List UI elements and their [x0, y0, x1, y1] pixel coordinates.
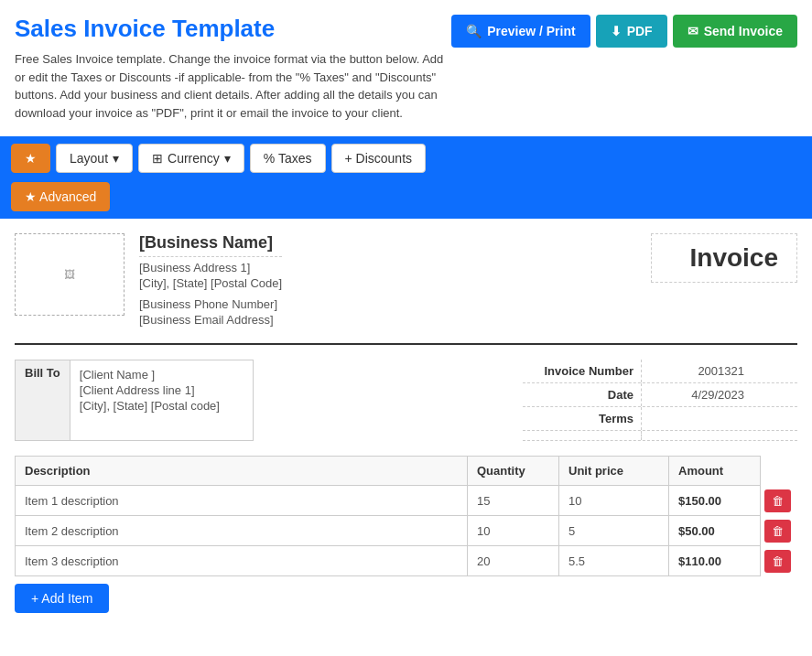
currency-button[interactable]: ⊞ Currency ▾ [138, 144, 244, 173]
client-address1[interactable]: [Client Address line 1] [80, 383, 244, 397]
table-row: Item 3 description 20 5.5 $110.00 🗑 [16, 546, 797, 576]
invoice-extra-row [523, 431, 797, 441]
home-button[interactable]: ★ [11, 144, 50, 173]
section-divider [15, 343, 797, 345]
bill-section: Bill To [Client Name ] [Client Address l… [15, 360, 797, 441]
item-quantity[interactable]: 10 [468, 516, 559, 546]
layout-button[interactable]: Layout ▾ [56, 144, 133, 173]
invoice-number-label: Invoice Number [523, 360, 642, 382]
download-icon: ⬇ [611, 24, 622, 38]
item-description[interactable]: Item 2 description [16, 516, 468, 546]
business-phone[interactable]: [Business Phone Number] [139, 297, 282, 311]
send-invoice-button[interactable]: ✉ Send Invoice [673, 15, 797, 48]
table-header-row: Description Quantity Unit price Amount [16, 457, 797, 486]
business-city-state[interactable]: [City], [State] [Postal Code] [139, 276, 282, 290]
business-info: [Business Name] [Business Address 1] [Ci… [139, 233, 282, 328]
image-placeholder-icon: 🖼 [64, 268, 75, 281]
chevron-down-icon: ▾ [224, 151, 231, 166]
delete-item-button[interactable]: 🗑 [764, 489, 791, 512]
envelope-icon: ✉ [687, 24, 698, 38]
item-unit-price[interactable]: 5.5 [559, 546, 669, 576]
item-description[interactable]: Item 1 description [16, 486, 468, 516]
page-title: Sales Invoice Template [15, 15, 451, 43]
business-name[interactable]: [Business Name] [139, 233, 282, 257]
delete-cell: 🗑 [761, 516, 797, 546]
item-quantity[interactable]: 20 [468, 546, 559, 576]
logo-box[interactable]: 🖼 [15, 233, 125, 316]
item-quantity[interactable]: 15 [468, 486, 559, 516]
items-table: Description Quantity Unit price Amount I… [15, 456, 797, 576]
col-amount: Amount [669, 457, 761, 486]
table-row: Item 1 description 15 10 $150.00 🗑 [16, 486, 797, 516]
delete-item-button[interactable]: 🗑 [764, 550, 791, 573]
invoice-terms-value[interactable] [642, 407, 752, 430]
currency-icon: ⊞ [152, 151, 163, 166]
chevron-down-icon: ▾ [113, 151, 119, 166]
invoice-number-row: Invoice Number 2001321 [523, 360, 797, 383]
item-amount: $150.00 [669, 486, 761, 516]
bill-to-label: Bill To [15, 360, 70, 441]
invoice-terms-label: Terms [523, 407, 642, 430]
table-row: Item 2 description 10 5 $50.00 🗑 [16, 516, 797, 546]
invoice-date-row: Date 4/29/2023 [523, 383, 797, 407]
invoice-date-value[interactable]: 4/29/2023 [642, 383, 752, 406]
add-item-button[interactable]: + Add Item [15, 584, 109, 613]
discounts-button[interactable]: + Discounts [331, 144, 427, 173]
item-description[interactable]: Item 3 description [16, 546, 468, 576]
item-amount: $50.00 [669, 516, 761, 546]
invoice-meta: Invoice Number 2001321 Date 4/29/2023 Te… [523, 360, 797, 441]
delete-item-button[interactable]: 🗑 [764, 520, 791, 543]
search-icon: 🔍 [466, 24, 482, 38]
col-quantity: Quantity [468, 457, 559, 486]
client-info: [Client Name ] [Client Address line 1] [… [70, 360, 254, 441]
delete-cell: 🗑 [761, 546, 797, 576]
business-address1[interactable]: [Business Address 1] [139, 261, 282, 274]
advanced-button[interactable]: ★ Advanced [11, 182, 110, 211]
page-description: Free Sales Invoice template. Change the … [15, 50, 451, 122]
bill-to-box: Bill To [Client Name ] [Client Address l… [15, 360, 254, 441]
business-email[interactable]: [Business Email Address] [139, 313, 282, 327]
col-actions [761, 457, 797, 486]
home-icon: ★ [25, 151, 37, 166]
invoice-title: Invoice [651, 233, 797, 283]
invoice-number-value[interactable]: 2001321 [642, 360, 752, 382]
taxes-button[interactable]: % Taxes [250, 144, 326, 173]
client-city-state[interactable]: [City], [State] [Postal code] [80, 399, 244, 413]
preview-print-button[interactable]: 🔍 Preview / Print [451, 15, 590, 48]
toolbar: ★ Layout ▾ ⊞ Currency ▾ % Taxes + Discou… [0, 136, 812, 219]
col-description: Description [16, 457, 468, 486]
item-unit-price[interactable]: 5 [559, 516, 669, 546]
item-amount: $110.00 [669, 546, 761, 576]
invoice-extra-value[interactable] [642, 431, 752, 440]
invoice-terms-row: Terms [523, 407, 797, 431]
item-unit-price[interactable]: 10 [559, 486, 669, 516]
invoice-container: 🖼 [Business Name] [Business Address 1] [… [0, 219, 812, 628]
invoice-date-label: Date [523, 383, 642, 406]
col-unit-price: Unit price [559, 457, 669, 486]
pdf-button[interactable]: ⬇ PDF [596, 15, 667, 48]
add-item-row: + Add Item [15, 584, 797, 613]
invoice-extra-label [523, 431, 642, 440]
delete-cell: 🗑 [761, 486, 797, 516]
client-name[interactable]: [Client Name ] [80, 368, 244, 382]
invoice-header-section: 🖼 [Business Name] [Business Address 1] [… [15, 233, 797, 328]
